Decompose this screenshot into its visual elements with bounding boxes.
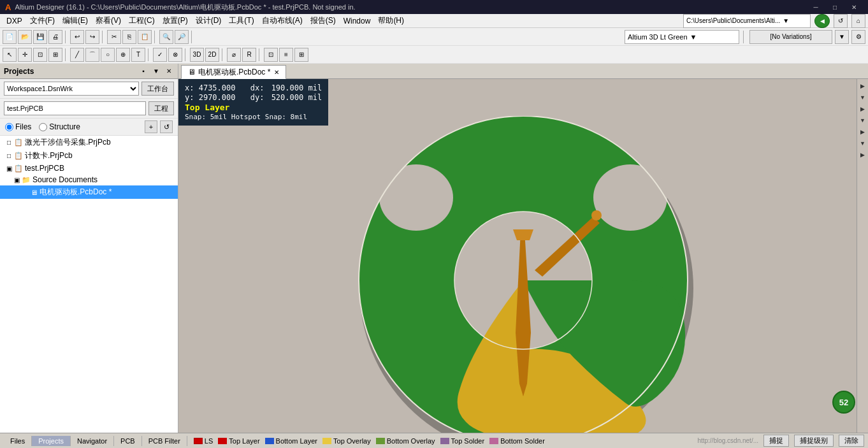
tree-toggle-counter[interactable]: □ xyxy=(5,152,13,159)
panel-menu[interactable]: ▼ xyxy=(151,66,161,76)
tree-toggle-test[interactable]: ▣ xyxy=(5,165,13,172)
status-tab-pcb[interactable]: PCB xyxy=(114,436,142,446)
panel-close[interactable]: ✕ xyxy=(164,66,174,76)
menu-autoroute[interactable]: 自动布线(A) xyxy=(258,14,307,27)
pcb-canvas[interactable] xyxy=(178,130,868,433)
tb-zoom-in[interactable]: 🔍 xyxy=(159,30,173,44)
tb2-measure[interactable]: ⌀ xyxy=(227,48,241,62)
files-radio-label[interactable]: Files xyxy=(5,122,31,131)
tb2-netlist[interactable]: ⊗ xyxy=(168,48,182,62)
menu-design[interactable]: 设计(D) xyxy=(192,14,226,27)
refresh-btn[interactable]: ↺ xyxy=(160,120,173,133)
minimize-button[interactable]: ─ xyxy=(807,1,825,13)
path-display[interactable]: C:\Users\Public\Documents\Alti... ▼ xyxy=(683,14,811,28)
tb2-extra3[interactable]: ⊞ xyxy=(294,48,308,62)
project-button[interactable]: 工程 xyxy=(148,101,174,115)
menu-place[interactable]: 放置(P) xyxy=(159,14,192,27)
tb-redo[interactable]: ↪ xyxy=(85,30,99,44)
tab-label: 电机驱动板.PcbDoc * xyxy=(198,67,270,78)
rsb-btn-4[interactable]: ▼ xyxy=(858,115,868,126)
tb2-drc[interactable]: ✓ xyxy=(153,48,167,62)
tree-item-laser[interactable]: □ 📋 激光干涉信号采集.PrjPcb xyxy=(0,136,178,149)
menu-dxp[interactable]: DXP xyxy=(3,15,26,27)
tb-var-extra[interactable]: ⚙ xyxy=(851,30,865,44)
pcb-artwork xyxy=(326,116,721,433)
tb2-zoom-fit[interactable]: ⊡ xyxy=(33,48,47,62)
tb-undo[interactable]: ↩ xyxy=(70,30,84,44)
structure-radio-label[interactable]: Structure xyxy=(39,122,80,131)
legend-label-ls: LS xyxy=(205,437,213,445)
tree-toggle-source-docs[interactable]: ▣ xyxy=(13,177,20,184)
tb2-via[interactable]: ⊕ xyxy=(116,48,130,62)
tree-label-pcb-file: 电机驱动板.PcbDoc * xyxy=(40,187,112,198)
pcb-tab[interactable]: 🖥 电机驱动板.PcbDoc * ✕ xyxy=(181,65,286,79)
files-radio[interactable] xyxy=(5,123,13,131)
tb2-line[interactable]: ╱ xyxy=(70,48,84,62)
snap-button[interactable]: 捕捉 xyxy=(763,435,789,447)
rsb-btn-5[interactable]: ▶ xyxy=(858,127,868,137)
tb-cut[interactable]: ✂ xyxy=(107,30,121,44)
snap-level-button[interactable]: 捕捉级别 xyxy=(794,435,834,447)
menu-window[interactable]: Window xyxy=(340,15,375,27)
tb2-3d[interactable]: 3D xyxy=(190,48,204,62)
menu-report[interactable]: 报告(S) xyxy=(307,14,340,27)
rsb-btn-7[interactable]: ▶ xyxy=(858,150,868,160)
tab-close-button[interactable]: ✕ xyxy=(274,69,279,76)
maximize-button[interactable]: □ xyxy=(826,1,844,13)
tree-item-counter[interactable]: □ 📋 计数卡.PrjPcb xyxy=(0,149,178,163)
project-name-input[interactable] xyxy=(4,101,146,115)
rsb-btn-6[interactable]: ▼ xyxy=(858,138,868,148)
tree-item-test[interactable]: ▣ 📋 test.PrjPCB xyxy=(0,163,178,174)
tb2-2d[interactable]: 2D xyxy=(205,48,219,62)
nav-back-btn[interactable]: ◀ xyxy=(814,14,830,28)
tb-new[interactable]: 📄 xyxy=(3,30,17,44)
tb2-extra2[interactable]: ≡ xyxy=(279,48,293,62)
scheme-selector[interactable]: Altium 3D Lt Green ▼ xyxy=(625,30,739,44)
menu-view[interactable]: 察看(V) xyxy=(92,14,125,27)
workspace-button[interactable]: 工作台 xyxy=(141,82,174,96)
menu-tools[interactable]: 工具(T) xyxy=(225,14,257,27)
menu-edit[interactable]: 编辑(E) xyxy=(59,14,92,27)
tb2-move[interactable]: ✛ xyxy=(18,48,32,62)
structure-radio[interactable] xyxy=(39,123,47,131)
tb2-arc[interactable]: ⌒ xyxy=(85,48,99,62)
add-project-btn[interactable]: + xyxy=(145,120,157,133)
menu-file[interactable]: 文件(F) xyxy=(26,14,59,27)
coordinate-display: x: 4735.000 dx: 190.000 mil y: 2970.000 … xyxy=(178,79,328,126)
nav-home[interactable]: ⌂ xyxy=(851,14,865,28)
workspace-selector[interactable]: Workspace1.DsnWrk xyxy=(4,82,139,96)
status-tab-projects[interactable]: Projects xyxy=(32,436,71,446)
status-tab-pcb-filter[interactable]: PCB Filter xyxy=(142,436,187,446)
status-tab-files[interactable]: Files xyxy=(4,436,32,446)
panel-pin[interactable]: ▪ xyxy=(138,66,148,76)
workspace-row: Workspace1.DsnWrk 工作台 xyxy=(0,79,178,99)
tb2-rules[interactable]: R xyxy=(242,48,256,62)
tb-var-dropdown[interactable]: ▼ xyxy=(835,30,849,44)
tb2-pad[interactable]: ○ xyxy=(101,48,115,62)
menu-help[interactable]: 帮助(H) xyxy=(374,14,408,27)
clear-button[interactable]: 清除 xyxy=(839,435,864,447)
menu-project[interactable]: 工程(C) xyxy=(125,14,159,27)
tb-variations[interactable]: [No Variations] xyxy=(749,30,832,44)
tree-item-source-docs[interactable]: ▣ 📁 Source Documents xyxy=(0,174,178,185)
tb-open[interactable]: 📂 xyxy=(18,30,32,44)
close-button[interactable]: ✕ xyxy=(845,1,863,13)
tree-toggle-laser[interactable]: □ xyxy=(5,139,13,146)
rsb-btn-2[interactable]: ▼ xyxy=(858,92,868,103)
rsb-btn-3[interactable]: ▶ xyxy=(858,104,868,114)
tb-zoom-out[interactable]: 🔎 xyxy=(175,30,189,44)
tree-item-pcb-file[interactable]: 🖥 电机驱动板.PcbDoc * xyxy=(0,185,178,199)
status-tab-navigator[interactable]: Navigator xyxy=(71,436,114,446)
tb2-select[interactable]: ↖ xyxy=(3,48,17,62)
project-name-row: 工程 xyxy=(0,99,178,119)
rsb-btn-1[interactable]: ▶ xyxy=(858,81,868,91)
tb-save[interactable]: 💾 xyxy=(33,30,47,44)
pcb-viewport[interactable]: x: 4735.000 dx: 190.000 mil y: 2970.000 … xyxy=(178,79,868,433)
tb2-zoom-area[interactable]: ⊞ xyxy=(48,48,62,62)
tb2-text[interactable]: T xyxy=(131,48,145,62)
tb-print[interactable]: 🖨 xyxy=(48,30,62,44)
tb-copy[interactable]: ⎘ xyxy=(122,30,136,44)
tb-paste[interactable]: 📋 xyxy=(138,30,152,44)
tb2-extra1[interactable]: ⊡ xyxy=(264,48,278,62)
nav-refresh[interactable]: ↺ xyxy=(834,14,848,28)
